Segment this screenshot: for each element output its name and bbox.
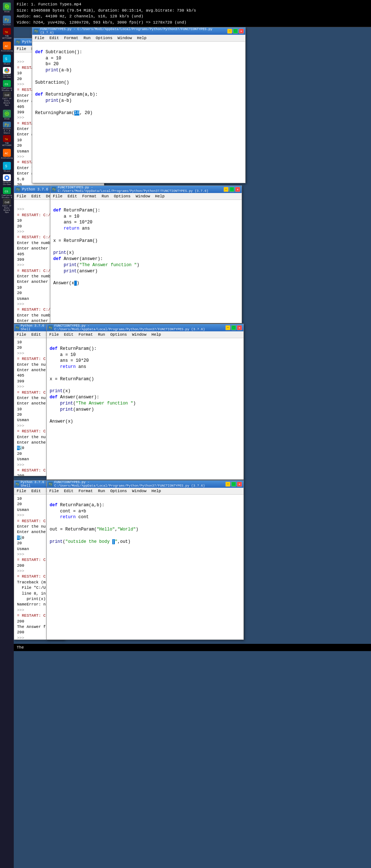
menu-format-ed2[interactable]: Format — [81, 194, 98, 199]
menu-options-ed4[interactable]: Options — [109, 488, 128, 494]
section-1: Py Python 3.7.6 Shell — □ ✕ File Edit De… — [14, 27, 371, 185]
editor-icon-2: Py — [52, 187, 56, 192]
sidebar-icon-allcoding-2[interactable]: AC AllCoding — [1, 148, 13, 160]
menu-edit-ed2[interactable]: Edit — [66, 194, 78, 199]
sidebar-icon-allcoding-1[interactable]: AC AllCoding — [1, 41, 13, 53]
editor-title-text-4: Py FUNCTIONTYPES.py - C:/Users/Modi/AppD… — [48, 481, 225, 488]
editor-icon-4: Py — [48, 482, 53, 487]
menu-file-ed3[interactable]: File — [48, 332, 60, 337]
ed3-min[interactable]: — — [225, 325, 230, 330]
bottom-text-the: The — [17, 645, 24, 650]
menu-file-sh3[interactable]: File — [16, 332, 27, 337]
editor-window-1: Py FUNCTIONTYPES.py - C:/Users/Modi/AppD… — [32, 27, 246, 183]
menu-file-sh2[interactable]: File — [16, 194, 27, 199]
editor-title-1: FUNCTIONTYPES.py - C:/Users/Modi/AppData… — [40, 28, 227, 35]
menu-help-ed4[interactable]: Help — [150, 488, 162, 494]
menu-file-ed1[interactable]: File — [34, 35, 45, 41]
menu-help-ed3[interactable]: Help — [150, 332, 162, 337]
sidebar-icon-chrome-1[interactable]: Google Chrome — [1, 67, 13, 79]
editor-title-text-2: Py FUNCTIONTYPES.py - C:/Users/Modi/AppD… — [52, 186, 224, 193]
menu-edit-ed3[interactable]: Edit — [63, 332, 74, 337]
menu-edit-ed1[interactable]: Edit — [48, 35, 60, 41]
menu-run-ed2[interactable]: Run — [100, 194, 110, 199]
ed2-max[interactable]: □ — [229, 187, 234, 192]
editor-menubar-3: File Edit Format Run Options Window Help — [47, 331, 243, 338]
menu-window-ed2[interactable]: Window — [134, 194, 151, 199]
ed4-close[interactable]: ✕ — [237, 482, 242, 487]
sidebar-icon-cod-2[interactable]: CoD Call of Duty Black Ops — [1, 200, 13, 212]
editor-window-3: Py FUNCTIONTYPES.py - C:/Users/Modi/AppD… — [46, 324, 244, 480]
sidebar-icon-camtasia-2[interactable]: CS Camtasia Studio 8 — [1, 187, 13, 199]
editor-maximize-1[interactable]: □ — [233, 29, 238, 34]
menu-file-sh4[interactable]: File — [16, 488, 27, 494]
sidebar-label-atom-1: Atom — [4, 11, 9, 13]
menu-options-ed3[interactable]: Options — [109, 332, 128, 337]
menu-file[interactable]: File — [16, 46, 27, 51]
editor-title-2: FUNCTIONTYPES.py - C:/Users/Modi/AppData… — [58, 186, 224, 193]
sidebar-icon-python-1[interactable]: Py Python — [1, 15, 13, 26]
editor-titlebar-2: Py FUNCTIONTYPES.py - C:/Users/Modi/AppD… — [50, 186, 242, 193]
menu-edit-sh3[interactable]: Edit — [30, 332, 42, 337]
menu-options-ed1[interactable]: Options — [95, 35, 113, 41]
editor-code-3[interactable]: def ReturnParam(): a = 10 ans = 10*20 re… — [47, 338, 243, 479]
section-3: Py Python 3.7.6 Shell — □ ✕ File Edit Sh… — [14, 324, 371, 479]
editor-code-4[interactable]: def ReturnParam(a,b): cont = a+b return … — [47, 495, 243, 640]
menu-window-ed3[interactable]: Window — [131, 332, 147, 337]
editor-close-1[interactable]: ✕ — [239, 29, 244, 34]
editor-title-text-1: Py FUNCTIONTYPES.py - C:/Users/Modi/AppD… — [34, 28, 227, 35]
menu-help-ed1[interactable]: Help — [136, 35, 147, 41]
menu-run-ed4[interactable]: Run — [97, 488, 106, 494]
menu-run-ed1[interactable]: Run — [82, 35, 92, 41]
ed2-min[interactable]: — — [224, 187, 229, 192]
menu-format-ed1[interactable]: Format — [63, 35, 80, 41]
sidebar-label-python-2: Python 3.7.6 Shell — [1, 128, 13, 134]
sidebar-icon-camtasia-1[interactable]: CS Camtasia Studio 8 — [1, 80, 13, 92]
file-info-size: Size: 83405888 bytes (79.54 MiB), durati… — [17, 8, 368, 14]
ed4-min[interactable]: — — [225, 482, 230, 487]
menu-edit-sh2[interactable]: Edit — [30, 194, 42, 199]
svg-text:CoD: CoD — [5, 201, 9, 204]
editor-minimize-1[interactable]: — — [227, 29, 232, 34]
ed3-close[interactable]: ✕ — [237, 325, 242, 330]
menu-edit-sh4[interactable]: Edit — [30, 488, 42, 494]
file-info-video: Video: h264, yuv420p, 1280x720, 593 kb/s… — [17, 20, 368, 26]
menu-options-ed2[interactable]: Options — [113, 194, 132, 199]
editor-code-1[interactable]: def Subtraction(): a = 10 b= 20 print(a-… — [32, 42, 245, 183]
menu-format-ed3[interactable]: Format — [78, 332, 94, 337]
editor-icon-3: Py — [48, 325, 53, 330]
sidebar-icon-atom-1[interactable]: Atom — [1, 2, 13, 13]
editor-title-3: FUNCTIONTYPES.py - C:/Users/Modi/AppData… — [54, 324, 225, 331]
editor-menubar-2: File Edit Format Run Options Window Help — [50, 193, 242, 200]
sidebar-label-chrome-2: Google Chrome — [1, 181, 13, 186]
editor-window-4: Py FUNCTIONTYPES.py - C:/Users/Modi/AppD… — [46, 480, 244, 640]
menu-file-ed4[interactable]: File — [48, 488, 60, 494]
menu-format-ed4[interactable]: Format — [78, 488, 94, 494]
menu-run-ed3[interactable]: Run — [97, 332, 106, 337]
sidebar-icon-skype-2[interactable]: S Skype — [1, 161, 13, 173]
sidebar-icon-witcher-2[interactable]: TW THE WITCHER — [1, 135, 13, 147]
sidebar-label-python-1: Python — [3, 24, 11, 26]
sidebar-label-witcher-2: THE WITCHER — [1, 142, 13, 147]
menu-window-ed1[interactable]: Window — [116, 35, 133, 41]
sidebar-icon-witcher-1[interactable]: TW THE WITCHER — [1, 28, 13, 39]
editor-controls-4: — □ ✕ — [225, 482, 242, 487]
svg-point-19 — [6, 113, 8, 114]
svg-text:Py: Py — [5, 123, 9, 127]
sidebar-icon-skype-1[interactable]: S Skype — [1, 54, 13, 66]
editor-titlebar-4: Py FUNCTIONTYPES.py - C:/Users/Modi/AppD… — [47, 481, 243, 488]
ed4-max[interactable]: □ — [231, 482, 236, 487]
ed3-max[interactable]: □ — [231, 325, 236, 330]
sidebar-icon-atom-2[interactable]: Atom — [1, 109, 13, 121]
svg-point-29 — [6, 177, 8, 179]
editor-controls-2: — □ ✕ — [224, 187, 240, 192]
editor-code-2[interactable]: def ReturnParam(): a = 10 ans = 10*20 re… — [50, 200, 242, 323]
sidebar-icon-cod-1[interactable]: CoD Call of Duty Black Ops — [1, 93, 13, 105]
menu-file-ed2[interactable]: File — [52, 194, 63, 199]
menu-edit-ed4[interactable]: Edit — [63, 488, 74, 494]
menu-help-ed2[interactable]: Help — [154, 194, 166, 199]
ed2-close[interactable]: ✕ — [235, 187, 240, 192]
sidebar-icon-chrome-2[interactable]: Google Chrome — [1, 174, 13, 186]
menu-window-ed4[interactable]: Window — [131, 488, 147, 494]
sidebar-icon-python-2[interactable]: Py Python 3.7.6 Shell — [1, 122, 13, 134]
sidebar-label-allcoding-1: AllCoding — [1, 50, 13, 52]
